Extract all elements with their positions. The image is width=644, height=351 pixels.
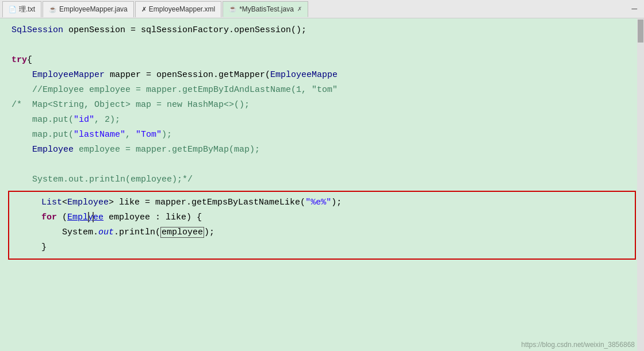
code-line-empbymap: Employee employee = mapper.getEmpByMap(m…	[0, 142, 644, 157]
tab-employee-xml[interactable]: ✗ EmployeeMapper.xml	[135, 1, 221, 17]
code-line-map-lastname: map.put("lastName", "Tom");	[0, 128, 644, 142]
code-line-try: try{	[0, 53, 644, 68]
tab-mybatis-close-icon[interactable]: ✗	[297, 6, 302, 12]
code-line-map-id: map.put("id", 2);	[0, 113, 644, 128]
java-icon-1: ☕	[49, 6, 57, 13]
code-text-1: SqlSession openSession = sqlSessionFacto…	[0, 24, 306, 37]
tab-mybatis-test-label: *MyBatisTest.java	[239, 5, 294, 13]
code-line-for: for (Emplyee employee : like) {	[9, 210, 635, 225]
java-icon-2: ☕	[229, 5, 237, 13]
highlighted-code-block: List<Employee> like = mapper.getEmpsByLa…	[8, 191, 636, 260]
code-line-sysout-inner: System.out.println(employee);	[9, 225, 635, 240]
code-line-1: SqlSession openSession = sqlSessionFacto…	[0, 23, 644, 38]
code-line-list: List<Employee> like = mapper.getEmpsByLa…	[9, 195, 635, 210]
code-line-comment: //Employee employee = mapper.getEmpByIdA…	[0, 83, 644, 98]
code-line-close-brace: }	[9, 240, 635, 255]
tab-bar: 📄 理.txt ☕ EmployeeMapper.java ✗ Employee…	[0, 0, 644, 18]
code-line-blank1	[0, 38, 644, 53]
scrollbar[interactable]	[637, 18, 644, 351]
tab-txt[interactable]: 📄 理.txt	[2, 1, 41, 17]
tab-employee-xml-label: EmployeeMapper.xml	[149, 5, 215, 13]
code-editor: SqlSession openSession = sqlSessionFacto…	[0, 18, 644, 351]
code-line-blank2	[0, 157, 644, 172]
code-line-map-start: /* Map<String, Object> map = new HashMap…	[0, 98, 644, 113]
minimize-button[interactable]: —	[627, 4, 642, 14]
tab-employee-java[interactable]: ☕ EmployeeMapper.java	[43, 1, 134, 17]
txt-icon: 📄	[9, 6, 17, 13]
code-line-mapper: EmployeeMapper mapper = openSession.getM…	[0, 68, 644, 83]
tab-mybatis-test[interactable]: ☕ *MyBatisTest.java ✗	[223, 1, 308, 17]
scrollbar-thumb[interactable]	[638, 20, 643, 43]
tab-txt-label: 理.txt	[19, 5, 35, 14]
xml-close-icon[interactable]: ✗	[141, 6, 147, 13]
code-line-sysout-comment: System.out.println(employee);*/	[0, 172, 644, 187]
tab-employee-java-label: EmployeeMapper.java	[59, 5, 128, 13]
watermark: https://blog.csdn.net/weixin_3856868	[522, 341, 635, 349]
